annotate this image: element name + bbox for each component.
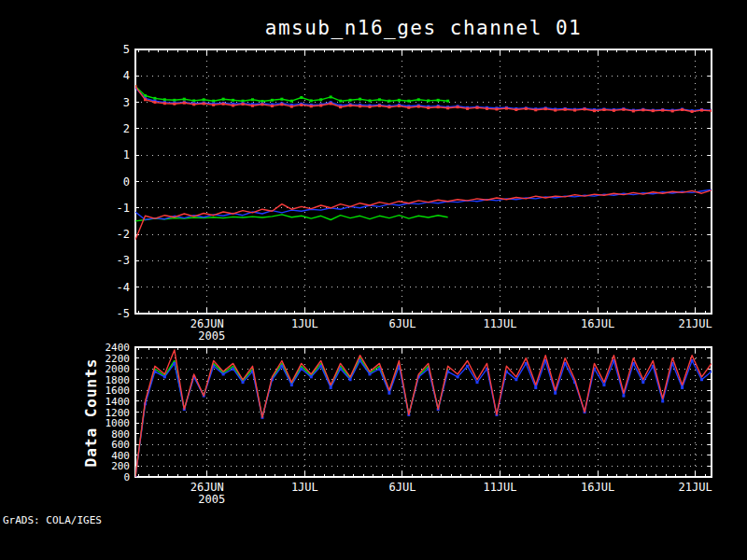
svg-text:21JUL: 21JUL bbox=[679, 317, 712, 330]
gridlines bbox=[135, 49, 712, 314]
grads-plot-screen: -5-4-3-2-101234526JUN20051JUL6JUL11JUL16… bbox=[0, 0, 747, 560]
svg-text:1JUL: 1JUL bbox=[291, 317, 318, 330]
svg-text:3: 3 bbox=[123, 96, 130, 109]
series-counts-red bbox=[135, 350, 712, 477]
svg-text:800: 800 bbox=[111, 428, 130, 441]
y-tick-labels: 0200400600800100012001400160018002000220… bbox=[106, 342, 131, 483]
svg-text:6JUL: 6JUL bbox=[388, 317, 416, 330]
svg-text:1800: 1800 bbox=[106, 374, 131, 386]
plot-frame bbox=[135, 49, 712, 314]
svg-text:200: 200 bbox=[111, 460, 130, 472]
svg-text:2000: 2000 bbox=[106, 363, 131, 375]
svg-text:1600: 1600 bbox=[106, 385, 131, 397]
svg-text:0: 0 bbox=[123, 175, 130, 189]
svg-text:4: 4 bbox=[123, 69, 130, 82]
svg-text:1: 1 bbox=[123, 148, 130, 161]
series-counts-blue bbox=[134, 359, 713, 479]
svg-text:2005: 2005 bbox=[198, 329, 225, 343]
x-tick-labels: 26JUN20051JUL6JUL11JUL16JUL21JUL bbox=[190, 317, 712, 343]
svg-text:6JUL: 6JUL bbox=[388, 481, 416, 494]
top-panel: -5-4-3-2-101234526JUN20051JUL6JUL11JUL16… bbox=[117, 43, 713, 343]
y-tick-labels: -5-4-3-2-1012345 bbox=[117, 43, 130, 320]
svg-text:-3: -3 bbox=[117, 254, 130, 267]
svg-text:1200: 1200 bbox=[106, 407, 131, 419]
svg-text:1000: 1000 bbox=[106, 417, 131, 429]
svg-text:600: 600 bbox=[111, 439, 130, 451]
svg-text:5: 5 bbox=[123, 43, 130, 56]
svg-text:-5: -5 bbox=[117, 307, 130, 320]
tick-marks bbox=[135, 347, 712, 477]
grads-attribution: GrADS: COLA/IGES bbox=[3, 514, 102, 526]
svg-text:16JUL: 16JUL bbox=[581, 481, 614, 494]
counts-panel: 0200400600800100012001400160018002000220… bbox=[106, 342, 713, 506]
gridlines bbox=[135, 347, 712, 477]
svg-text:1400: 1400 bbox=[106, 396, 131, 408]
svg-text:-4: -4 bbox=[117, 281, 130, 294]
svg-text:400: 400 bbox=[111, 450, 130, 462]
plot-frame bbox=[135, 347, 712, 477]
svg-text:-2: -2 bbox=[117, 228, 130, 241]
series-stdev-green bbox=[134, 85, 450, 103]
x-tick-labels: 26JUN20051JUL6JUL11JUL16JUL21JUL bbox=[190, 481, 712, 506]
svg-text:26JUN: 26JUN bbox=[190, 317, 224, 330]
chart-canvas: -5-4-3-2-101234526JUN20051JUL6JUL11JUL16… bbox=[0, 0, 747, 560]
series-bias-red bbox=[135, 190, 712, 240]
svg-text:1JUL: 1JUL bbox=[291, 481, 318, 494]
page-title: amsub_n16_ges channel 01 bbox=[135, 17, 712, 39]
svg-text:11JUL: 11JUL bbox=[483, 481, 516, 494]
svg-text:2200: 2200 bbox=[106, 353, 131, 365]
svg-text:-1: -1 bbox=[117, 202, 130, 215]
tick-marks bbox=[135, 49, 712, 314]
svg-text:11JUL: 11JUL bbox=[483, 317, 516, 330]
svg-text:21JUL: 21JUL bbox=[679, 481, 712, 494]
svg-text:16JUL: 16JUL bbox=[581, 317, 614, 330]
y-axis-label-data-counts: Data Counts bbox=[82, 358, 100, 468]
svg-text:2400: 2400 bbox=[106, 342, 131, 354]
svg-text:2: 2 bbox=[123, 122, 130, 135]
svg-text:0: 0 bbox=[123, 471, 130, 483]
svg-text:26JUN: 26JUN bbox=[190, 481, 224, 494]
svg-text:2005: 2005 bbox=[198, 493, 225, 506]
